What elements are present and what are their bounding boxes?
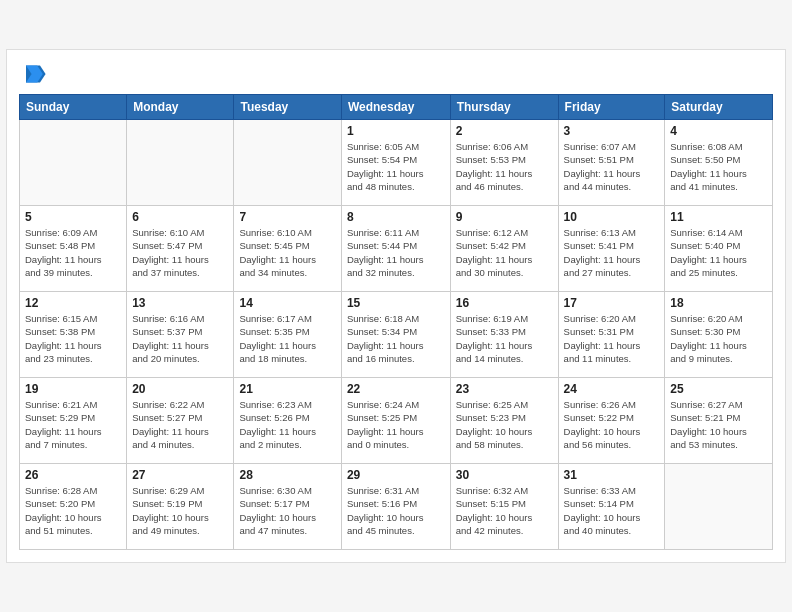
day-number: 24 <box>564 382 660 396</box>
day-cell: 9Sunrise: 6:12 AM Sunset: 5:42 PM Daylig… <box>450 206 558 292</box>
day-number: 15 <box>347 296 445 310</box>
day-info: Sunrise: 6:11 AM Sunset: 5:44 PM Dayligh… <box>347 226 445 279</box>
day-cell: 6Sunrise: 6:10 AM Sunset: 5:47 PM Daylig… <box>127 206 234 292</box>
day-cell: 5Sunrise: 6:09 AM Sunset: 5:48 PM Daylig… <box>20 206 127 292</box>
day-number: 4 <box>670 124 767 138</box>
day-info: Sunrise: 6:10 AM Sunset: 5:45 PM Dayligh… <box>239 226 335 279</box>
day-cell: 3Sunrise: 6:07 AM Sunset: 5:51 PM Daylig… <box>558 120 665 206</box>
day-cell: 28Sunrise: 6:30 AM Sunset: 5:17 PM Dayli… <box>234 464 341 550</box>
weekday-header-sunday: Sunday <box>20 95 127 120</box>
day-number: 10 <box>564 210 660 224</box>
day-number: 9 <box>456 210 553 224</box>
day-info: Sunrise: 6:33 AM Sunset: 5:14 PM Dayligh… <box>564 484 660 537</box>
weekday-header-friday: Friday <box>558 95 665 120</box>
day-number: 29 <box>347 468 445 482</box>
day-info: Sunrise: 6:26 AM Sunset: 5:22 PM Dayligh… <box>564 398 660 451</box>
logo <box>19 60 51 88</box>
day-number: 18 <box>670 296 767 310</box>
day-cell: 4Sunrise: 6:08 AM Sunset: 5:50 PM Daylig… <box>665 120 773 206</box>
day-cell: 29Sunrise: 6:31 AM Sunset: 5:16 PM Dayli… <box>341 464 450 550</box>
day-info: Sunrise: 6:24 AM Sunset: 5:25 PM Dayligh… <box>347 398 445 451</box>
day-info: Sunrise: 6:31 AM Sunset: 5:16 PM Dayligh… <box>347 484 445 537</box>
day-cell: 22Sunrise: 6:24 AM Sunset: 5:25 PM Dayli… <box>341 378 450 464</box>
day-cell: 23Sunrise: 6:25 AM Sunset: 5:23 PM Dayli… <box>450 378 558 464</box>
day-number: 17 <box>564 296 660 310</box>
weekday-header-monday: Monday <box>127 95 234 120</box>
day-cell <box>234 120 341 206</box>
weekday-header-wednesday: Wednesday <box>341 95 450 120</box>
day-number: 25 <box>670 382 767 396</box>
day-cell: 25Sunrise: 6:27 AM Sunset: 5:21 PM Dayli… <box>665 378 773 464</box>
day-cell: 7Sunrise: 6:10 AM Sunset: 5:45 PM Daylig… <box>234 206 341 292</box>
day-number: 12 <box>25 296 121 310</box>
week-row-2: 12Sunrise: 6:15 AM Sunset: 5:38 PM Dayli… <box>20 292 773 378</box>
weekday-header-saturday: Saturday <box>665 95 773 120</box>
day-info: Sunrise: 6:20 AM Sunset: 5:31 PM Dayligh… <box>564 312 660 365</box>
day-info: Sunrise: 6:22 AM Sunset: 5:27 PM Dayligh… <box>132 398 228 451</box>
week-row-3: 19Sunrise: 6:21 AM Sunset: 5:29 PM Dayli… <box>20 378 773 464</box>
day-info: Sunrise: 6:09 AM Sunset: 5:48 PM Dayligh… <box>25 226 121 279</box>
day-info: Sunrise: 6:16 AM Sunset: 5:37 PM Dayligh… <box>132 312 228 365</box>
day-number: 11 <box>670 210 767 224</box>
day-number: 1 <box>347 124 445 138</box>
day-info: Sunrise: 6:10 AM Sunset: 5:47 PM Dayligh… <box>132 226 228 279</box>
day-cell: 13Sunrise: 6:16 AM Sunset: 5:37 PM Dayli… <box>127 292 234 378</box>
day-number: 23 <box>456 382 553 396</box>
day-info: Sunrise: 6:18 AM Sunset: 5:34 PM Dayligh… <box>347 312 445 365</box>
header <box>19 60 773 88</box>
day-cell <box>127 120 234 206</box>
weekday-header-tuesday: Tuesday <box>234 95 341 120</box>
day-number: 8 <box>347 210 445 224</box>
day-number: 20 <box>132 382 228 396</box>
day-cell: 30Sunrise: 6:32 AM Sunset: 5:15 PM Dayli… <box>450 464 558 550</box>
day-info: Sunrise: 6:28 AM Sunset: 5:20 PM Dayligh… <box>25 484 121 537</box>
day-cell: 14Sunrise: 6:17 AM Sunset: 5:35 PM Dayli… <box>234 292 341 378</box>
day-number: 27 <box>132 468 228 482</box>
day-cell: 8Sunrise: 6:11 AM Sunset: 5:44 PM Daylig… <box>341 206 450 292</box>
day-info: Sunrise: 6:19 AM Sunset: 5:33 PM Dayligh… <box>456 312 553 365</box>
day-cell: 1Sunrise: 6:05 AM Sunset: 5:54 PM Daylig… <box>341 120 450 206</box>
day-info: Sunrise: 6:12 AM Sunset: 5:42 PM Dayligh… <box>456 226 553 279</box>
day-info: Sunrise: 6:20 AM Sunset: 5:30 PM Dayligh… <box>670 312 767 365</box>
day-number: 19 <box>25 382 121 396</box>
day-info: Sunrise: 6:27 AM Sunset: 5:21 PM Dayligh… <box>670 398 767 451</box>
day-cell: 11Sunrise: 6:14 AM Sunset: 5:40 PM Dayli… <box>665 206 773 292</box>
day-cell: 18Sunrise: 6:20 AM Sunset: 5:30 PM Dayli… <box>665 292 773 378</box>
day-info: Sunrise: 6:15 AM Sunset: 5:38 PM Dayligh… <box>25 312 121 365</box>
day-cell: 31Sunrise: 6:33 AM Sunset: 5:14 PM Dayli… <box>558 464 665 550</box>
day-number: 5 <box>25 210 121 224</box>
day-info: Sunrise: 6:25 AM Sunset: 5:23 PM Dayligh… <box>456 398 553 451</box>
week-row-4: 26Sunrise: 6:28 AM Sunset: 5:20 PM Dayli… <box>20 464 773 550</box>
day-info: Sunrise: 6:13 AM Sunset: 5:41 PM Dayligh… <box>564 226 660 279</box>
day-number: 30 <box>456 468 553 482</box>
day-info: Sunrise: 6:06 AM Sunset: 5:53 PM Dayligh… <box>456 140 553 193</box>
day-cell <box>665 464 773 550</box>
day-cell: 16Sunrise: 6:19 AM Sunset: 5:33 PM Dayli… <box>450 292 558 378</box>
day-cell: 19Sunrise: 6:21 AM Sunset: 5:29 PM Dayli… <box>20 378 127 464</box>
day-number: 2 <box>456 124 553 138</box>
week-row-0: 1Sunrise: 6:05 AM Sunset: 5:54 PM Daylig… <box>20 120 773 206</box>
day-cell: 24Sunrise: 6:26 AM Sunset: 5:22 PM Dayli… <box>558 378 665 464</box>
day-cell: 27Sunrise: 6:29 AM Sunset: 5:19 PM Dayli… <box>127 464 234 550</box>
weekday-header-thursday: Thursday <box>450 95 558 120</box>
day-number: 21 <box>239 382 335 396</box>
day-number: 26 <box>25 468 121 482</box>
day-info: Sunrise: 6:29 AM Sunset: 5:19 PM Dayligh… <box>132 484 228 537</box>
logo-icon <box>19 60 47 88</box>
day-info: Sunrise: 6:21 AM Sunset: 5:29 PM Dayligh… <box>25 398 121 451</box>
day-number: 13 <box>132 296 228 310</box>
day-info: Sunrise: 6:32 AM Sunset: 5:15 PM Dayligh… <box>456 484 553 537</box>
day-number: 31 <box>564 468 660 482</box>
day-number: 22 <box>347 382 445 396</box>
calendar-table: SundayMondayTuesdayWednesdayThursdayFrid… <box>19 94 773 550</box>
day-number: 7 <box>239 210 335 224</box>
day-cell: 20Sunrise: 6:22 AM Sunset: 5:27 PM Dayli… <box>127 378 234 464</box>
weekday-header-row: SundayMondayTuesdayWednesdayThursdayFrid… <box>20 95 773 120</box>
day-info: Sunrise: 6:07 AM Sunset: 5:51 PM Dayligh… <box>564 140 660 193</box>
day-info: Sunrise: 6:30 AM Sunset: 5:17 PM Dayligh… <box>239 484 335 537</box>
day-cell: 10Sunrise: 6:13 AM Sunset: 5:41 PM Dayli… <box>558 206 665 292</box>
day-number: 3 <box>564 124 660 138</box>
day-cell: 15Sunrise: 6:18 AM Sunset: 5:34 PM Dayli… <box>341 292 450 378</box>
day-number: 28 <box>239 468 335 482</box>
day-cell: 12Sunrise: 6:15 AM Sunset: 5:38 PM Dayli… <box>20 292 127 378</box>
